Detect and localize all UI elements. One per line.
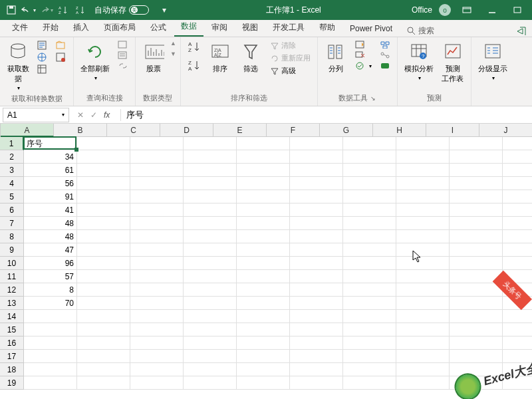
cell[interactable]: [343, 310, 396, 323]
row-header[interactable]: 2: [0, 150, 24, 164]
cell[interactable]: [450, 203, 503, 217]
cell[interactable]: [290, 164, 343, 177]
cell[interactable]: [130, 243, 184, 257]
cell[interactable]: 57: [24, 270, 77, 283]
column-header[interactable]: G: [320, 124, 373, 137]
cell[interactable]: [343, 336, 396, 350]
cell[interactable]: [503, 257, 532, 270]
cell[interactable]: [184, 270, 237, 283]
cell[interactable]: [184, 190, 237, 203]
column-header[interactable]: J: [479, 124, 532, 137]
cell[interactable]: [184, 310, 237, 323]
cell[interactable]: [77, 257, 130, 270]
chevron-down-icon[interactable]: ▾: [62, 112, 65, 118]
cell[interactable]: [396, 323, 450, 336]
column-header[interactable]: I: [426, 124, 479, 137]
cell[interactable]: [184, 150, 237, 164]
cell[interactable]: [396, 363, 450, 376]
forecast-sheet-button[interactable]: 预测 工作表: [439, 40, 467, 85]
cell[interactable]: [184, 323, 237, 336]
cell[interactable]: [343, 350, 396, 363]
cell[interactable]: [237, 323, 290, 336]
cell[interactable]: [184, 336, 237, 350]
cell[interactable]: [290, 336, 343, 350]
cell[interactable]: [396, 270, 450, 283]
tab-文件[interactable]: 文件: [5, 19, 35, 37]
sort-asc-icon[interactable]: AZ: [56, 3, 70, 17]
cell[interactable]: [184, 283, 237, 297]
cell[interactable]: [450, 323, 503, 336]
row-header[interactable]: 12: [0, 283, 24, 297]
cell[interactable]: [77, 310, 130, 323]
from-text-icon[interactable]: [35, 40, 51, 51]
cell[interactable]: [343, 323, 396, 336]
row-header[interactable]: 17: [0, 350, 24, 363]
cell[interactable]: [396, 190, 450, 203]
cell[interactable]: [396, 203, 450, 217]
autosave-toggle[interactable]: 自动保存 关: [94, 5, 149, 16]
qat-customize-icon[interactable]: ▾: [157, 3, 172, 17]
tab-帮助[interactable]: 帮助: [313, 19, 342, 37]
row-header[interactable]: 9: [0, 243, 24, 257]
row-header[interactable]: 4: [0, 177, 24, 190]
cell[interactable]: [290, 177, 343, 190]
cell[interactable]: [130, 283, 184, 297]
cell[interactable]: [77, 297, 130, 310]
cell[interactable]: [290, 323, 343, 336]
cell[interactable]: [77, 190, 130, 203]
cell[interactable]: [396, 283, 450, 297]
cell[interactable]: [130, 323, 184, 336]
fill-handle[interactable]: [74, 148, 78, 152]
row-header[interactable]: 6: [0, 203, 24, 217]
what-if-button[interactable]: ? 模拟分析▾: [402, 40, 436, 82]
cell[interactable]: [290, 217, 343, 230]
cell[interactable]: [343, 363, 396, 376]
cell[interactable]: [237, 310, 290, 323]
column-header[interactable]: A: [1, 124, 54, 137]
tab-Power Pivot[interactable]: Power Pivot: [343, 21, 399, 37]
filter-button[interactable]: 筛选: [237, 40, 265, 75]
cell[interactable]: [343, 150, 396, 164]
cell[interactable]: [450, 230, 503, 243]
row-header[interactable]: 14: [0, 310, 24, 323]
toggle-switch[interactable]: 关: [129, 5, 149, 15]
cell[interactable]: [130, 257, 184, 270]
cell[interactable]: [237, 137, 290, 150]
cell[interactable]: [130, 363, 184, 376]
cell[interactable]: [290, 310, 343, 323]
tab-公式[interactable]: 公式: [144, 19, 173, 37]
cell[interactable]: [237, 190, 290, 203]
sort-desc-icon[interactable]: ZA: [73, 3, 88, 17]
cell[interactable]: [503, 230, 532, 243]
cell[interactable]: [184, 217, 237, 230]
cell[interactable]: 48: [24, 217, 77, 230]
cell[interactable]: 41: [24, 203, 77, 217]
properties-icon[interactable]: [115, 51, 131, 60]
cell[interactable]: [237, 376, 290, 390]
cell[interactable]: [130, 203, 184, 217]
cell[interactable]: [396, 230, 450, 243]
cell[interactable]: 70: [24, 297, 77, 310]
cell[interactable]: 61: [24, 164, 77, 177]
ribbon-options-icon[interactable]: [458, 3, 476, 17]
cell[interactable]: [24, 350, 77, 363]
cell[interactable]: [503, 190, 532, 203]
cell[interactable]: [237, 150, 290, 164]
tab-开始[interactable]: 开始: [36, 19, 65, 37]
cell[interactable]: [343, 203, 396, 217]
cell[interactable]: [343, 164, 396, 177]
cell[interactable]: [450, 243, 503, 257]
cell[interactable]: [130, 350, 184, 363]
row-header[interactable]: 18: [0, 363, 24, 376]
cell[interactable]: [343, 243, 396, 257]
flash-fill-icon[interactable]: [352, 40, 374, 49]
row-header[interactable]: 15: [0, 323, 24, 336]
remove-duplicates-icon[interactable]: [352, 51, 374, 60]
cell[interactable]: [77, 270, 130, 283]
cell[interactable]: [290, 363, 343, 376]
cell[interactable]: [396, 164, 450, 177]
column-header[interactable]: C: [107, 124, 160, 137]
cell[interactable]: [24, 336, 77, 350]
cell[interactable]: [450, 217, 503, 230]
manage-data-model-icon[interactable]: [377, 61, 393, 70]
